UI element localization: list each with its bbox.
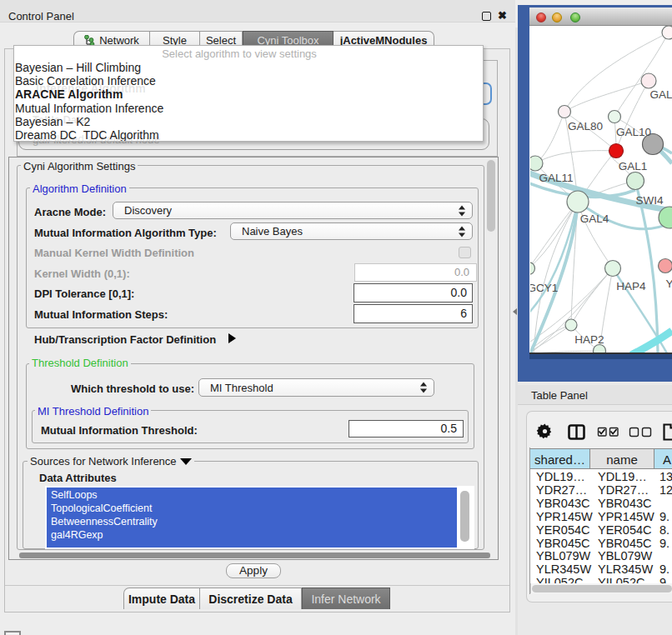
svg-text:HAP4: HAP4 [616, 280, 646, 292]
svg-text:GAL: GAL [649, 88, 672, 101]
svg-text:GAL4: GAL4 [580, 212, 609, 225]
svg-text:GAL80: GAL80 [568, 120, 603, 132]
svg-text:HAP2: HAP2 [574, 333, 604, 346]
svg-text:GAL10: GAL10 [616, 126, 651, 138]
svg-text:GAL1: GAL1 [619, 160, 648, 172]
svg-text:GAL11: GAL11 [539, 172, 573, 184]
svg-text:GCY1: GCY1 [530, 282, 558, 294]
svg-text:Y: Y [665, 278, 672, 290]
svg-text:SWI4: SWI4 [635, 194, 663, 207]
